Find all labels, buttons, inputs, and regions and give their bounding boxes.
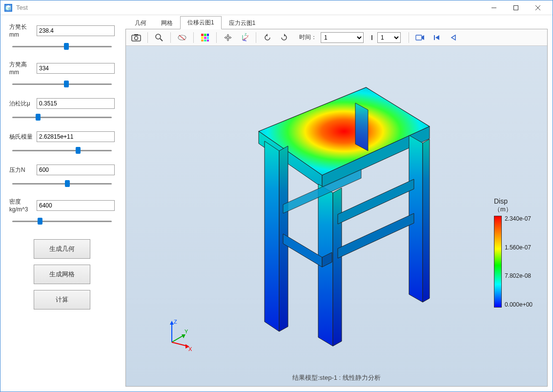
- svg-rect-16: [204, 37, 206, 39]
- param-pressure-input[interactable]: [37, 165, 115, 175]
- param-density-input[interactable]: [37, 200, 115, 211]
- svg-rect-2: [513, 5, 518, 10]
- svg-rect-7: [134, 34, 138, 36]
- record-icon[interactable]: [413, 31, 428, 44]
- param-youngs-input[interactable]: [37, 131, 115, 142]
- clip-plane-icon[interactable]: [175, 31, 189, 44]
- generate-geometry-button[interactable]: 生成几何: [34, 239, 90, 259]
- step-select[interactable]: 1: [377, 32, 401, 43]
- compute-button[interactable]: 计算: [34, 290, 90, 309]
- param-youngs: 杨氏模量: [9, 131, 115, 142]
- svg-line-36: [172, 342, 187, 346]
- legend-colorbar: [494, 216, 502, 308]
- svg-rect-27: [371, 35, 372, 40]
- rotate-ccw-icon[interactable]: [260, 31, 275, 44]
- param-length-input[interactable]: [37, 25, 115, 36]
- svg-rect-15: [201, 37, 204, 39]
- param-height-slider[interactable]: [9, 80, 115, 88]
- generate-mesh-button[interactable]: 生成网格: [34, 265, 90, 284]
- param-height-label: 方凳高mm: [9, 61, 34, 76]
- svg-line-11: [179, 35, 185, 40]
- content-area: 方凳长mm 方凳高mm 泊松比μ 杨氏模量: [0, 15, 553, 392]
- svg-rect-14: [207, 34, 209, 36]
- axis-indicator: Z Y X: [162, 318, 196, 352]
- tab-stress-cloud[interactable]: 应力云图1: [222, 17, 263, 29]
- param-length: 方凳长mm: [9, 23, 115, 38]
- play-back-icon[interactable]: [446, 31, 461, 44]
- pan-icon[interactable]: [221, 31, 235, 44]
- param-youngs-label: 杨氏模量: [9, 133, 34, 141]
- param-poisson-label: 泊松比μ: [9, 100, 34, 108]
- legend-ticks: 2.340e-07 1.560e-07 7.802e-08 0.000e+00: [505, 216, 533, 308]
- time-label: 时间：: [299, 33, 317, 41]
- screenshot-icon[interactable]: [129, 31, 143, 44]
- tab-mesh[interactable]: 网格: [154, 17, 180, 29]
- legend-title: Disp: [494, 197, 508, 205]
- svg-rect-20: [207, 40, 209, 41]
- svg-rect-28: [416, 35, 422, 40]
- titlebar: Test: [0, 0, 553, 15]
- step-end-icon[interactable]: [366, 31, 375, 44]
- legend-tick: 7.802e-08: [505, 273, 533, 279]
- viewport-3d[interactable]: Z Y X 结果模型:step-1 : 线性静力分析 Disp （m）: [126, 46, 547, 386]
- svg-rect-12: [201, 34, 204, 36]
- svg-point-6: [135, 36, 138, 40]
- stool-model: [225, 68, 449, 351]
- legend-tick: 0.000e+00: [505, 302, 533, 308]
- svg-rect-29: [434, 35, 435, 40]
- color-legend: Disp （m） 2.340e-07 1.560e-07 7.802e-08 0…: [494, 197, 533, 308]
- svg-point-8: [156, 34, 161, 39]
- time-select[interactable]: 1: [321, 32, 364, 43]
- app-icon: [4, 4, 12, 12]
- svg-line-9: [160, 39, 163, 41]
- svg-text:X: X: [188, 346, 192, 352]
- svg-text:Z: Z: [174, 319, 177, 325]
- param-youngs-slider[interactable]: [9, 146, 115, 155]
- svg-rect-17: [207, 37, 209, 39]
- svg-text:Y: Y: [184, 329, 188, 334]
- param-density-label: 密度kg/m^3: [9, 198, 34, 213]
- minimize-button[interactable]: [483, 1, 505, 15]
- maximize-button[interactable]: [505, 1, 527, 15]
- param-length-slider[interactable]: [9, 42, 115, 51]
- right-area: 几何 网格 位移云图1 应力云图1 ZYX: [123, 15, 553, 392]
- param-density: 密度kg/m^3: [9, 198, 115, 213]
- param-height: 方凳高mm: [9, 61, 115, 76]
- param-pressure: 压力N: [9, 165, 115, 175]
- close-button[interactable]: [527, 1, 549, 15]
- view-tabs: 几何 网格 位移云图1 应力云图1: [123, 17, 548, 29]
- axes-icon[interactable]: ZYX: [237, 31, 252, 44]
- window-title: Test: [16, 4, 483, 11]
- param-poisson-input[interactable]: [37, 98, 115, 109]
- param-poisson-slider[interactable]: [9, 113, 115, 122]
- svg-marker-31: [170, 321, 174, 325]
- skip-first-icon[interactable]: [430, 31, 444, 44]
- param-height-input[interactable]: [37, 63, 115, 74]
- zoom-icon[interactable]: [152, 31, 166, 44]
- param-poisson: 泊松比μ: [9, 98, 115, 109]
- param-pressure-label: 压力N: [9, 166, 34, 174]
- result-caption: 结果模型:step-1 : 线性静力分析: [292, 373, 381, 382]
- svg-line-33: [172, 335, 184, 342]
- tab-geometry[interactable]: 几何: [127, 17, 154, 29]
- rotate-cw-icon[interactable]: [277, 31, 291, 44]
- legend-tick: 1.560e-07: [505, 245, 533, 250]
- svg-rect-19: [204, 40, 206, 41]
- legend-tick: 2.340e-07: [505, 216, 533, 222]
- viewport-frame: ZYX 时间： 1 1: [125, 29, 548, 387]
- viewport-toolbar: ZYX 时间： 1 1: [126, 29, 547, 46]
- legend-unit: （m）: [494, 205, 512, 214]
- colormap-icon[interactable]: [198, 31, 212, 44]
- parameters-panel: 方凳长mm 方凳高mm 泊松比μ 杨氏模量: [0, 15, 123, 392]
- param-density-slider[interactable]: [9, 217, 115, 226]
- svg-rect-18: [201, 40, 204, 41]
- app-window: Test 方凳长mm 方凳高mm 泊松比μ: [0, 0, 553, 392]
- svg-rect-13: [204, 34, 206, 36]
- param-pressure-slider[interactable]: [9, 179, 115, 188]
- param-length-label: 方凳长mm: [9, 23, 34, 38]
- tab-displacement-cloud[interactable]: 位移云图1: [180, 16, 222, 29]
